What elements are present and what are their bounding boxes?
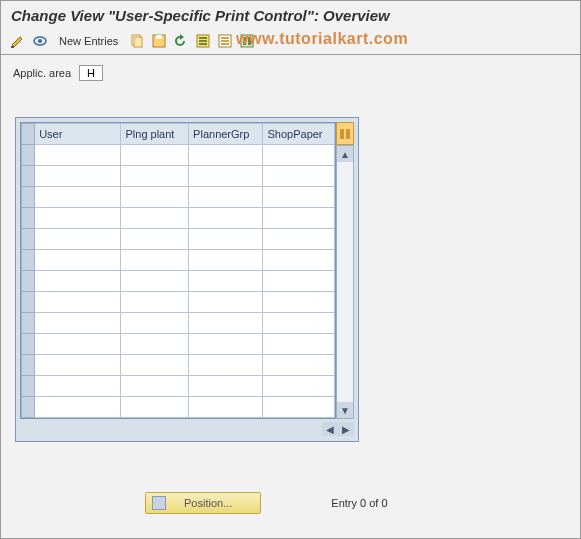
cell-shoppaper[interactable] [263, 208, 335, 229]
row-selector[interactable] [22, 166, 35, 187]
row-selector[interactable] [22, 397, 35, 418]
new-entries-button[interactable]: New Entries [53, 33, 124, 49]
col-header-plannergrp[interactable]: PlannerGrp [189, 124, 263, 145]
row-selector[interactable] [22, 334, 35, 355]
cell-plannergrp[interactable] [189, 250, 263, 271]
scroll-track[interactable] [337, 162, 353, 402]
cell-shoppaper[interactable] [263, 376, 335, 397]
row-selector[interactable] [22, 292, 35, 313]
cell-plant[interactable] [121, 271, 189, 292]
cell-plannergrp[interactable] [189, 229, 263, 250]
vertical-scrollbar[interactable]: ▲ ▼ [336, 145, 354, 419]
copy-icon[interactable] [128, 32, 146, 50]
cell-plannergrp[interactable] [189, 208, 263, 229]
row-selector[interactable] [22, 376, 35, 397]
change-display-icon[interactable] [9, 32, 27, 50]
cell-user[interactable] [35, 271, 121, 292]
cell-plannergrp[interactable] [189, 376, 263, 397]
cell-plant[interactable] [121, 355, 189, 376]
table-config-icon[interactable] [336, 122, 354, 145]
applic-area-input[interactable] [79, 65, 103, 81]
cell-user[interactable] [35, 334, 121, 355]
table-row [22, 166, 335, 187]
cell-plannergrp[interactable] [189, 355, 263, 376]
scroll-up-icon[interactable]: ▲ [337, 146, 353, 162]
cell-shoppaper[interactable] [263, 229, 335, 250]
cell-shoppaper[interactable] [263, 145, 335, 166]
horizontal-scrollbar[interactable]: ◀ ▶ [20, 421, 354, 437]
configure-icon[interactable] [238, 32, 256, 50]
select-all-icon[interactable] [194, 32, 212, 50]
cell-plant[interactable] [121, 145, 189, 166]
cell-plant[interactable] [121, 397, 189, 418]
col-header-plant[interactable]: Plng plant [121, 124, 189, 145]
cell-shoppaper[interactable] [263, 355, 335, 376]
other-view-icon[interactable] [31, 32, 49, 50]
cell-shoppaper[interactable] [263, 250, 335, 271]
cell-plant[interactable] [121, 334, 189, 355]
row-selector[interactable] [22, 187, 35, 208]
cell-user[interactable] [35, 292, 121, 313]
cell-plannergrp[interactable] [189, 271, 263, 292]
scroll-left-icon[interactable]: ◀ [322, 422, 338, 436]
cell-plant[interactable] [121, 208, 189, 229]
row-selector[interactable] [22, 145, 35, 166]
cell-plant[interactable] [121, 229, 189, 250]
cell-shoppaper[interactable] [263, 187, 335, 208]
cell-plannergrp[interactable] [189, 166, 263, 187]
cell-plannergrp[interactable] [189, 334, 263, 355]
cell-shoppaper[interactable] [263, 397, 335, 418]
row-selector[interactable] [22, 229, 35, 250]
cell-shoppaper[interactable] [263, 334, 335, 355]
table-row [22, 250, 335, 271]
data-table: User Plng plant PlannerGrp ShopPaper [21, 123, 335, 418]
undo-icon[interactable] [172, 32, 190, 50]
svg-rect-8 [199, 37, 207, 39]
cell-user[interactable] [35, 166, 121, 187]
col-header-user[interactable]: User [35, 124, 121, 145]
cell-plant[interactable] [121, 166, 189, 187]
cell-user[interactable] [35, 208, 121, 229]
cell-user[interactable] [35, 313, 121, 334]
scroll-right-icon[interactable]: ▶ [338, 422, 354, 436]
cell-plannergrp[interactable] [189, 145, 263, 166]
cell-shoppaper[interactable] [263, 166, 335, 187]
col-header-shoppaper[interactable]: ShopPaper [263, 124, 335, 145]
cell-plannergrp[interactable] [189, 397, 263, 418]
toolbar: New Entries www.tutorialkart.com [1, 28, 580, 55]
cell-user[interactable] [35, 250, 121, 271]
cell-plant[interactable] [121, 313, 189, 334]
cell-plannergrp[interactable] [189, 187, 263, 208]
cell-shoppaper[interactable] [263, 271, 335, 292]
cell-user[interactable] [35, 187, 121, 208]
cell-user[interactable] [35, 229, 121, 250]
deselect-icon[interactable] [216, 32, 234, 50]
row-selector[interactable] [22, 271, 35, 292]
row-selector-header[interactable] [22, 124, 35, 145]
table-row [22, 397, 335, 418]
cell-plant[interactable] [121, 292, 189, 313]
entry-count-text: Entry 0 of 0 [331, 497, 387, 509]
row-selector[interactable] [22, 313, 35, 334]
cell-plant[interactable] [121, 250, 189, 271]
cell-plant[interactable] [121, 187, 189, 208]
cell-user[interactable] [35, 355, 121, 376]
cell-plannergrp[interactable] [189, 292, 263, 313]
save-icon[interactable] [150, 32, 168, 50]
table-row [22, 334, 335, 355]
cell-plant[interactable] [121, 376, 189, 397]
svg-rect-14 [221, 43, 229, 45]
table-row [22, 145, 335, 166]
cell-shoppaper[interactable] [263, 292, 335, 313]
cell-user[interactable] [35, 376, 121, 397]
row-selector[interactable] [22, 208, 35, 229]
position-button[interactable]: Position... [145, 492, 261, 514]
cell-plannergrp[interactable] [189, 313, 263, 334]
svg-rect-13 [221, 40, 229, 42]
row-selector[interactable] [22, 250, 35, 271]
cell-shoppaper[interactable] [263, 313, 335, 334]
row-selector[interactable] [22, 355, 35, 376]
cell-user[interactable] [35, 397, 121, 418]
scroll-down-icon[interactable]: ▼ [337, 402, 353, 418]
cell-user[interactable] [35, 145, 121, 166]
